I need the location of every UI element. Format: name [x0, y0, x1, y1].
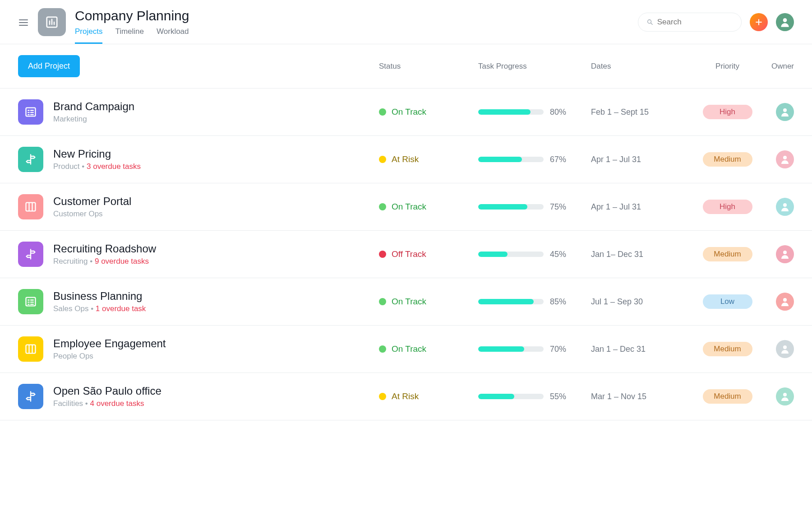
title-block: Company Planning Projects Timeline Workl…: [75, 8, 629, 44]
owner-cell[interactable]: [767, 245, 794, 263]
dates-cell[interactable]: Mar 1 – Nov 15: [591, 392, 688, 401]
project-icon: [18, 384, 43, 409]
search-box[interactable]: [638, 13, 742, 32]
owner-avatar: [776, 340, 794, 358]
priority-cell[interactable]: Medium: [688, 342, 767, 356]
status-dot-icon: [379, 251, 386, 258]
status-dot-icon: [379, 156, 386, 163]
page-title: Company Planning: [75, 8, 629, 23]
col-progress: Task Progress: [478, 62, 591, 71]
svg-point-7: [783, 203, 787, 207]
project-subtitle: People Ops: [53, 352, 166, 361]
project-text: New Pricing Product • 3 overdue tasks: [53, 148, 141, 171]
progress-cell: 55%: [478, 392, 591, 401]
project-name: Business Planning: [53, 290, 146, 303]
dates-cell[interactable]: Feb 1 – Sept 15: [591, 107, 688, 117]
search-input[interactable]: [657, 18, 733, 27]
project-text: Brand Campaign Marketing: [53, 100, 134, 124]
dates-cell[interactable]: Apr 1 – Jul 31: [591, 155, 688, 164]
owner-avatar: [776, 245, 794, 263]
tab-workload[interactable]: Workload: [157, 27, 189, 44]
progress-percent: 55%: [550, 392, 566, 401]
person-icon: [780, 107, 790, 117]
owner-cell[interactable]: [767, 150, 794, 168]
project-icon: [18, 147, 43, 172]
status-cell[interactable]: On Track: [379, 297, 478, 307]
status-text: On Track: [392, 202, 426, 212]
status-cell[interactable]: On Track: [379, 344, 478, 354]
project-text: Customer Portal Customer Ops: [53, 195, 131, 219]
status-cell[interactable]: On Track: [379, 107, 478, 117]
owner-avatar: [776, 150, 794, 168]
progress-percent: 75%: [550, 202, 566, 212]
status-dot-icon: [379, 345, 386, 353]
project-row[interactable]: Customer Portal Customer Ops On Track 75…: [0, 183, 812, 231]
svg-point-1: [648, 20, 651, 23]
status-cell[interactable]: At Risk: [379, 391, 478, 401]
person-icon: [779, 16, 791, 28]
tab-projects[interactable]: Projects: [75, 27, 102, 44]
status-text: At Risk: [392, 154, 419, 164]
status-dot-icon: [379, 393, 386, 400]
project-row[interactable]: New Pricing Product • 3 overdue tasks At…: [0, 136, 812, 183]
owner-avatar: [776, 103, 794, 121]
user-avatar[interactable]: [776, 13, 794, 31]
progress-bar: [478, 204, 544, 210]
global-add-button[interactable]: [750, 13, 768, 31]
owner-cell[interactable]: [767, 387, 794, 405]
svg-point-10: [783, 298, 787, 302]
project-icon: [18, 194, 43, 219]
progress-bar: [478, 109, 544, 115]
owner-cell[interactable]: [767, 340, 794, 358]
project-list: Brand Campaign Marketing On Track 80% Fe…: [0, 89, 812, 420]
priority-cell[interactable]: Medium: [688, 152, 767, 167]
person-icon: [780, 296, 790, 307]
progress-cell: 70%: [478, 345, 591, 354]
project-subtitle: Customer Ops: [53, 210, 131, 219]
project-row[interactable]: Recruiting Roadshow Recruiting • 9 overd…: [0, 231, 812, 278]
owner-cell[interactable]: [767, 198, 794, 216]
project-row[interactable]: Business Planning Sales Ops • 1 overdue …: [0, 278, 812, 326]
priority-cell[interactable]: High: [688, 200, 767, 214]
svg-point-8: [783, 251, 787, 254]
status-text: On Track: [392, 344, 426, 354]
project-name: Customer Portal: [53, 195, 131, 208]
priority-cell[interactable]: High: [688, 105, 767, 119]
dates-cell[interactable]: Jan 1– Dec 31: [591, 250, 688, 259]
project-name: New Pricing: [53, 148, 141, 160]
col-status: Status: [379, 62, 478, 71]
status-text: On Track: [392, 297, 426, 307]
owner-cell[interactable]: [767, 293, 794, 311]
priority-cell[interactable]: Medium: [688, 247, 767, 261]
project-icon: [18, 289, 43, 314]
dates-cell[interactable]: Apr 1 – Jul 31: [591, 202, 688, 212]
svg-point-4: [783, 108, 787, 112]
status-dot-icon: [379, 108, 386, 116]
project-subtitle: Facilities • 4 overdue tasks: [53, 399, 161, 408]
project-icon: [18, 336, 43, 362]
dates-cell[interactable]: Jan 1 – Dec 31: [591, 345, 688, 354]
priority-cell[interactable]: Low: [688, 294, 767, 309]
status-dot-icon: [379, 203, 386, 210]
project-subtitle: Sales Ops • 1 overdue task: [53, 304, 146, 313]
tab-timeline[interactable]: Timeline: [115, 27, 144, 44]
portfolio-icon: [38, 8, 66, 36]
owner-cell[interactable]: [767, 103, 794, 121]
progress-cell: 75%: [478, 202, 591, 212]
project-row[interactable]: Open São Paulo office Facilities • 4 ove…: [0, 373, 812, 420]
project-row[interactable]: Employee Engagement People Ops On Track …: [0, 326, 812, 373]
status-cell[interactable]: At Risk: [379, 154, 478, 164]
dates-cell[interactable]: Jul 1 – Sep 30: [591, 297, 688, 307]
svg-rect-11: [26, 345, 36, 354]
priority-cell[interactable]: Medium: [688, 389, 767, 404]
status-cell[interactable]: Off Track: [379, 249, 478, 259]
plus-icon: [754, 18, 763, 27]
priority-chip: Medium: [703, 152, 752, 167]
status-cell[interactable]: On Track: [379, 202, 478, 212]
status-text: On Track: [392, 107, 426, 117]
progress-bar: [478, 252, 544, 257]
project-row[interactable]: Brand Campaign Marketing On Track 80% Fe…: [0, 89, 812, 136]
menu-icon[interactable]: [18, 17, 29, 28]
search-icon: [646, 18, 654, 26]
add-project-button[interactable]: Add Project: [18, 55, 80, 77]
